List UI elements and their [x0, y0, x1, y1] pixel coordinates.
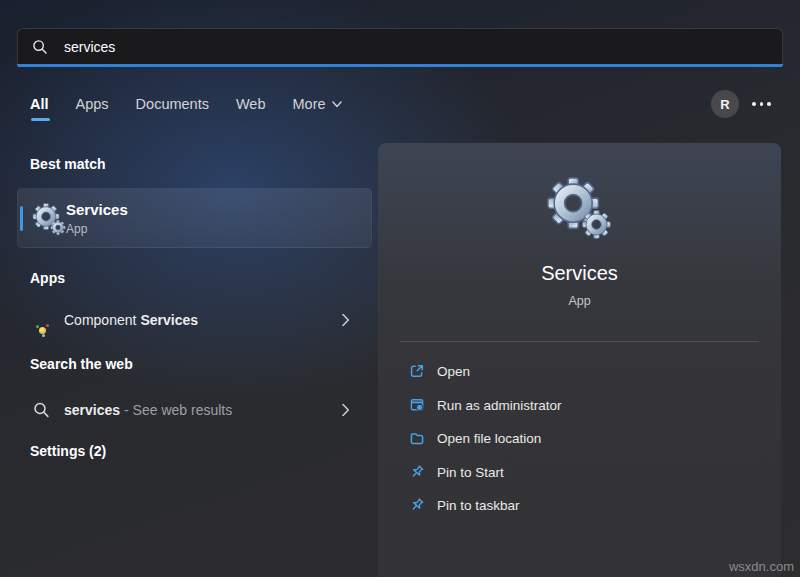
chevron-right-icon	[342, 404, 350, 417]
result-text-regular: Component	[64, 312, 136, 328]
search-icon	[33, 402, 50, 419]
action-pin-to-taskbar[interactable]: Pin to taskbar	[408, 493, 520, 517]
action-label: Pin to taskbar	[437, 498, 520, 513]
chevron-right-icon	[342, 314, 350, 327]
section-header-best-match: Best match	[30, 156, 105, 172]
best-match-subtitle: App	[66, 222, 87, 236]
more-options-icon[interactable]	[752, 101, 778, 107]
preview-title: Services	[378, 262, 781, 285]
action-label: Pin to Start	[437, 465, 504, 480]
section-header-apps: Apps	[30, 270, 65, 286]
active-tab-indicator	[31, 118, 50, 121]
user-avatar[interactable]: R	[711, 90, 739, 118]
services-gears-icon	[32, 202, 66, 236]
result-component-services[interactable]: ComponentServices	[17, 298, 372, 342]
search-input[interactable]	[62, 38, 768, 56]
watermark: wsxdn.com	[729, 559, 794, 574]
tab-more-label: More	[293, 96, 326, 112]
tab-web[interactable]: Web	[236, 96, 266, 112]
preview-subtitle: App	[378, 294, 781, 308]
action-label: Open file location	[437, 431, 541, 446]
section-header-web: Search the web	[30, 356, 133, 372]
web-suffix: - See web results	[124, 402, 232, 418]
result-web-search[interactable]: services- See web results	[17, 388, 372, 432]
preview-panel: Services App Open Run as administrator	[378, 143, 781, 577]
result-text-match: Services	[140, 312, 198, 328]
divider	[400, 341, 759, 342]
services-gears-icon-large	[546, 175, 612, 241]
folder-icon	[408, 430, 425, 447]
search-box-underline	[17, 64, 783, 67]
tab-apps[interactable]: Apps	[76, 96, 109, 112]
web-query: services	[64, 402, 120, 418]
search-flyout: All Apps Documents Web More R Best match…	[0, 0, 800, 577]
tab-all[interactable]: All	[30, 96, 49, 112]
action-label: Open	[437, 364, 470, 379]
best-match-title: Services	[66, 201, 128, 218]
filter-tabs: All Apps Documents Web More	[30, 96, 342, 112]
pin-icon	[408, 497, 425, 514]
tab-documents[interactable]: Documents	[136, 96, 209, 112]
action-open-file-location[interactable]: Open file location	[408, 426, 541, 450]
chevron-down-icon	[332, 101, 342, 108]
action-pin-to-start[interactable]: Pin to Start	[408, 460, 504, 484]
pin-icon	[408, 464, 425, 481]
run-as-admin-icon	[408, 397, 425, 414]
search-bar[interactable]	[17, 28, 783, 65]
section-header-settings: Settings (2)	[30, 443, 106, 459]
action-run-as-administrator[interactable]: Run as administrator	[408, 393, 562, 417]
selection-accent-bar	[20, 206, 23, 231]
search-icon	[32, 39, 48, 55]
best-match-result[interactable]: Services App	[17, 188, 372, 248]
open-external-icon	[408, 363, 425, 380]
action-label: Run as administrator	[437, 398, 562, 413]
action-open[interactable]: Open	[408, 359, 470, 383]
tab-more[interactable]: More	[293, 96, 342, 112]
